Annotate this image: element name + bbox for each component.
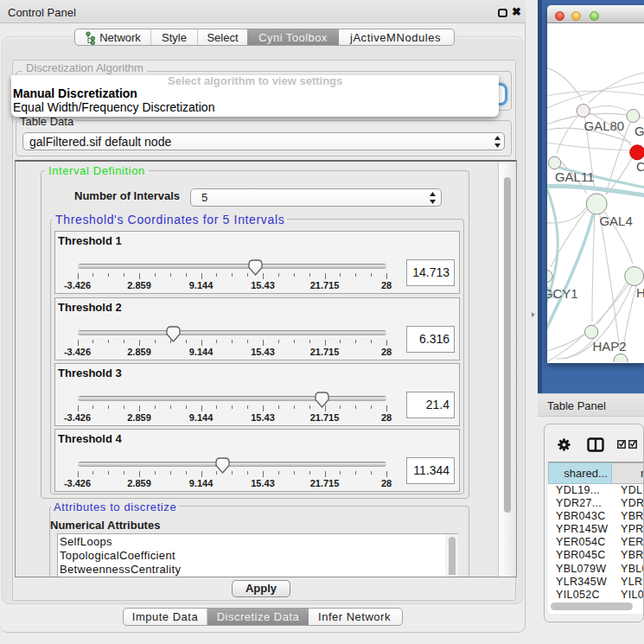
svg-text:GAL80: GAL80 [584,118,625,133]
svg-text:GCY1: GCY1 [547,286,578,301]
svg-text:GAL4: GAL4 [599,214,632,228]
svg-text:C: C [636,159,644,174]
svg-text:HAP2: HAP2 [592,339,626,354]
svg-text:GA: GA [634,124,644,138]
svg-text:H: H [636,285,644,300]
svg-text:GAL11: GAL11 [555,169,595,184]
